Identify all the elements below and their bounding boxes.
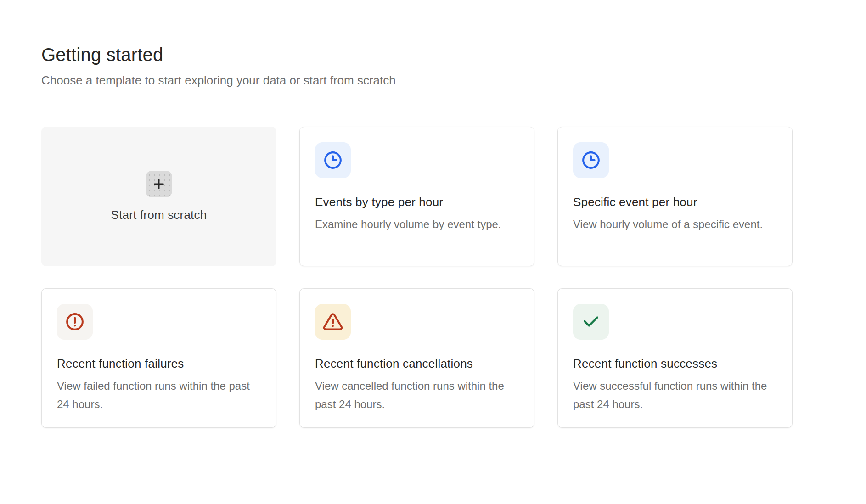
card-description: View hourly volume of a specific event. [573, 215, 770, 234]
card-title: Recent function successes [573, 356, 777, 371]
page-title: Getting started [41, 44, 820, 66]
start-from-scratch-label: Start from scratch [111, 208, 207, 222]
clock-icon [315, 142, 351, 178]
card-title: Recent function failures [57, 356, 261, 371]
template-card-specific-event-per-hour[interactable]: Specific event per hour View hourly volu… [557, 127, 793, 266]
plus-icon[interactable] [146, 171, 172, 197]
alert-circle-icon [57, 304, 93, 340]
card-description: View successful function runs within the… [573, 377, 770, 414]
page-subtitle: Choose a template to start exploring you… [41, 72, 820, 89]
card-title: Events by type per hour [315, 195, 519, 209]
card-description: View failed function runs within the pas… [57, 377, 254, 414]
start-from-scratch-card[interactable]: Start from scratch [41, 127, 276, 266]
template-card-recent-function-cancellations[interactable]: Recent function cancellations View cance… [299, 288, 534, 428]
check-icon [573, 304, 609, 340]
card-title: Recent function cancellations [315, 356, 519, 371]
template-grid: Start from scratch Events by type per ho… [41, 127, 820, 428]
template-card-recent-function-successes[interactable]: Recent function successes View successfu… [557, 288, 793, 428]
template-card-recent-function-failures[interactable]: Recent function failures View failed fun… [41, 288, 276, 428]
card-title: Specific event per hour [573, 195, 777, 209]
template-card-events-by-type-per-hour[interactable]: Events by type per hour Examine hourly v… [299, 127, 534, 266]
alert-triangle-icon [315, 304, 351, 340]
card-description: Examine hourly volume by event type. [315, 215, 512, 234]
getting-started-page: Getting started Choose a template to sta… [0, 0, 820, 428]
card-description: View cancelled function runs within the … [315, 377, 512, 414]
clock-icon [573, 142, 609, 178]
